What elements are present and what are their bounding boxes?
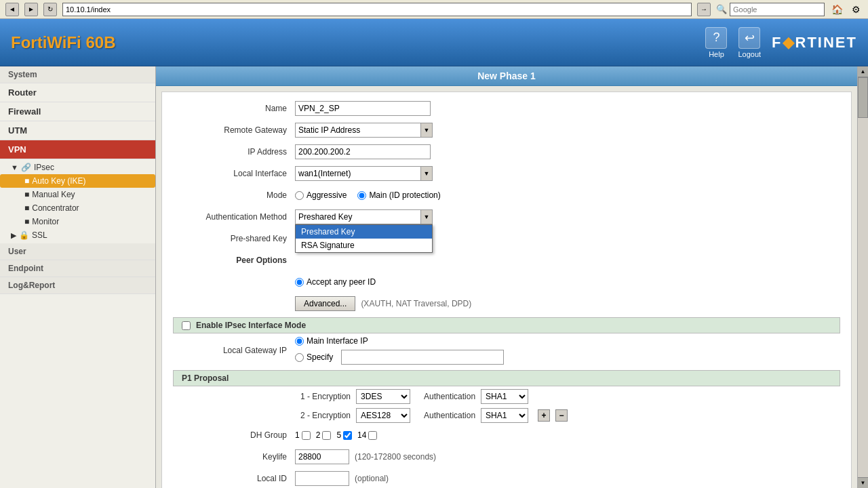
dh-14-checkbox[interactable]	[368, 431, 377, 440]
forward-button[interactable]: ►	[24, 3, 38, 16]
local-id-input[interactable]	[295, 471, 349, 486]
scroll-up-button[interactable]: ▲	[858, 66, 868, 77]
enc1-select[interactable]: 3DES AES128 AES192 AES256 DES	[356, 389, 410, 404]
sidebar-item-utm[interactable]: UTM	[0, 121, 155, 140]
mode-aggressive-option[interactable]: Aggressive	[295, 190, 347, 200]
preshared-key-label: Pre-shared Key	[173, 234, 295, 243]
advanced-button[interactable]: Advanced...	[295, 296, 355, 311]
dh-5-checkbox[interactable]	[343, 431, 352, 440]
enc1-row: 1 - Encryption 3DES AES128 AES192 AES256…	[173, 389, 840, 404]
accept-any-peer-option[interactable]: Accept any peer ID	[295, 277, 376, 287]
auth-method-arrow[interactable]: ▼	[420, 209, 433, 224]
auth-method-select-wrapper: Preshared Key ▼	[295, 209, 433, 224]
ip-address-input[interactable]	[295, 144, 431, 159]
tree-item-monitor[interactable]: ■ Monitor	[0, 215, 155, 228]
specify-radio[interactable]	[295, 353, 304, 362]
local-id-row: Local ID (optional)	[173, 470, 840, 487]
settings-icon[interactable]: ⚙	[849, 3, 863, 16]
refresh-button[interactable]: ↻	[43, 3, 57, 16]
mode-main-radio[interactable]	[357, 191, 366, 200]
specify-input[interactable]	[341, 350, 504, 365]
add-proposal-button[interactable]: +	[538, 409, 550, 422]
dh-2-item: 2	[316, 430, 332, 440]
app-header: FortiWiFi 60B ? Help ↩ Logout F◆RTINET	[0, 19, 868, 66]
accept-any-peer-radio[interactable]	[295, 278, 304, 287]
local-id-note: (optional)	[355, 474, 389, 483]
mode-main-option[interactable]: Main (ID protection)	[357, 190, 440, 200]
tree-item-autokey[interactable]: ■ Auto Key (IKE)	[0, 174, 155, 188]
auth-method-dropdown: Preshared Key RSA Signature	[295, 224, 433, 253]
mode-label: Mode	[173, 190, 295, 200]
search-input[interactable]	[730, 3, 825, 16]
specify-option[interactable]: Specify	[295, 350, 504, 365]
sidebar-item-vpn[interactable]: VPN	[0, 140, 155, 159]
enable-ipsec-checkbox[interactable]	[182, 321, 191, 330]
scroll-track	[858, 77, 868, 477]
auth2-select[interactable]: SHA1 MD5	[481, 408, 528, 423]
dh-2-checkbox[interactable]	[322, 431, 331, 440]
ip-address-label: IP Address	[173, 147, 295, 157]
mode-radio-group: Aggressive Main (ID protection)	[295, 190, 441, 200]
enc2-row: 2 - Encryption 3DES AES128 AES192 AES256…	[173, 408, 840, 423]
auth-method-display: Preshared Key	[295, 209, 420, 224]
auth1-select[interactable]: SHA1 MD5	[481, 389, 528, 404]
scroll-down-button[interactable]: ▼	[858, 477, 868, 488]
advanced-note: (XAUTH, NAT Traversal, DPD)	[361, 299, 471, 308]
local-interface-label: Local Interface	[173, 169, 295, 178]
tree-item-ipsec[interactable]: ▼ 🔗 IPsec	[0, 161, 155, 174]
search-icon: 🔍	[716, 4, 727, 14]
sidebar-item-system[interactable]: System	[0, 66, 155, 83]
mode-aggressive-radio[interactable]	[295, 191, 304, 200]
advanced-row: Advanced... (XAUTH, NAT Traversal, DPD)	[173, 296, 840, 312]
page-title: New Phase 1	[156, 66, 857, 86]
dh-group-label: DH Group	[173, 430, 295, 440]
keylife-input[interactable]	[295, 449, 349, 464]
enc1-label: 1 - Encryption	[300, 392, 351, 401]
local-interface-arrow[interactable]: ▼	[420, 166, 433, 181]
enc2-select[interactable]: 3DES AES128 AES192 AES256 DES	[356, 408, 410, 423]
go-button[interactable]: →	[697, 3, 711, 16]
sidebar-item-firewall[interactable]: Firewall	[0, 102, 155, 121]
main-interface-option[interactable]: Main Interface IP	[295, 336, 504, 346]
keylife-label: Keylife	[173, 452, 295, 462]
logout-icon: ↩	[738, 27, 760, 49]
logout-button[interactable]: ↩ Logout	[738, 27, 761, 58]
address-bar[interactable]	[62, 3, 692, 16]
sidebar-item-router[interactable]: Router	[0, 83, 155, 102]
accept-peer-row: Accept any peer ID	[173, 274, 840, 290]
scrollbar[interactable]: ▲ ▼	[857, 66, 868, 488]
auth-method-select-container: Preshared Key ▼ Preshared Key RSA Signat…	[295, 209, 433, 224]
local-interface-display: wan1(Internet)	[295, 166, 420, 181]
scroll-thumb[interactable]	[858, 77, 868, 118]
dropdown-option-rsa[interactable]: RSA Signature	[296, 239, 432, 252]
main-interface-radio[interactable]	[295, 337, 304, 346]
tree-item-manualkey[interactable]: ■ Manual Key	[0, 188, 155, 201]
name-input[interactable]	[295, 101, 431, 116]
dropdown-option-preshared[interactable]: Preshared Key	[296, 225, 432, 239]
auth-method-label: Authentication Method	[173, 212, 295, 222]
name-row: Name	[173, 100, 840, 117]
tree-item-ssl[interactable]: ▶ 🔒 SSL	[0, 228, 155, 242]
remote-gateway-arrow[interactable]: ▼	[420, 123, 433, 138]
concentrator-icon: ■	[24, 203, 29, 213]
browser-toolbar: ◄ ► ↻ → 🔍 🏠 ⚙	[0, 0, 868, 19]
local-gateway-label: Local Gateway IP	[173, 346, 295, 355]
local-interface-select-wrapper: wan1(Internet) ▼	[295, 166, 433, 181]
name-label: Name	[173, 104, 295, 113]
help-button[interactable]: ? Help	[705, 27, 727, 58]
remove-proposal-button[interactable]: −	[555, 409, 568, 422]
remote-gateway-display: Static IP Address	[295, 123, 420, 138]
form-container: Name Remote Gateway Static IP Address ▼ …	[161, 92, 852, 488]
enc2-label: 2 - Encryption	[300, 411, 351, 420]
sidebar-item-endpoint[interactable]: Endpoint	[0, 260, 155, 277]
tree-item-concentrator[interactable]: ■ Concentrator	[0, 201, 155, 215]
back-button[interactable]: ◄	[5, 3, 19, 16]
help-icon: ?	[705, 27, 727, 49]
sidebar-item-user[interactable]: User	[0, 243, 155, 260]
sidebar-item-logreport[interactable]: Log&Report	[0, 277, 155, 294]
dh-1-checkbox[interactable]	[302, 431, 311, 440]
keylife-row: Keylife (120-172800 seconds)	[173, 449, 840, 465]
home-icon[interactable]: 🏠	[830, 3, 844, 16]
auth2-label: Authentication	[424, 411, 475, 420]
dh-group-row: DH Group 1 2 5	[173, 427, 840, 443]
